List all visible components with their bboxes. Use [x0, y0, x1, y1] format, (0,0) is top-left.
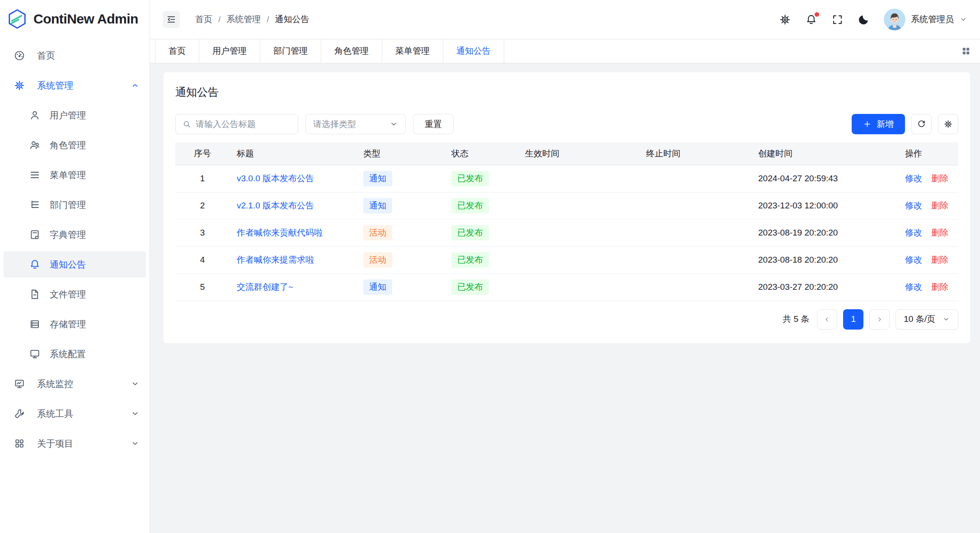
cell-end-time	[639, 165, 751, 192]
notice-title-link[interactable]: v2.1.0 版本发布公告	[237, 200, 314, 212]
bell-icon	[29, 259, 41, 270]
dark-mode-toggle[interactable]	[858, 14, 870, 26]
tab-user-management[interactable]: 用户管理	[199, 39, 260, 63]
next-page-button[interactable]	[869, 309, 890, 330]
add-button[interactable]: 新增	[852, 114, 905, 134]
delete-link[interactable]: 删除	[931, 282, 948, 292]
cell-created-time: 2023-03-27 20:20:20	[751, 274, 898, 301]
type-tag: 通知	[363, 198, 392, 213]
sidebar-menu: 首页系统管理用户管理角色管理菜单管理部门管理字典管理通知公告文件管理存储管理系统…	[0, 38, 150, 465]
moon-icon	[858, 14, 870, 26]
sidebar-item-notice-announcement[interactable]: 通知公告	[4, 251, 146, 278]
column-header-7: 操作	[898, 142, 958, 165]
breadcrumb-item-system[interactable]: 系统管理	[226, 14, 261, 25]
edit-link[interactable]: 修改	[905, 174, 922, 183]
table-settings-button[interactable]	[938, 114, 958, 134]
tab-home[interactable]: 首页	[155, 39, 199, 63]
sidebar-item-label: 系统工具	[37, 408, 131, 420]
notice-title-link[interactable]: v3.0.0 版本发布公告	[237, 173, 314, 184]
breadcrumb-separator: /	[267, 14, 269, 24]
collapse-icon	[166, 14, 176, 24]
settings-button[interactable]	[779, 14, 791, 26]
page-title: 通知公告	[175, 85, 958, 99]
delete-link[interactable]: 删除	[931, 174, 948, 183]
cell-status: 已发布	[444, 219, 518, 246]
sidebar-item-user-management[interactable]: 用户管理	[4, 102, 146, 128]
cell-type: 通知	[356, 192, 444, 219]
cell-end-time	[639, 192, 751, 219]
sidebar-item-system-config[interactable]: 系统配置	[4, 341, 146, 367]
sidebar-item-system-monitor[interactable]: 系统监控	[4, 371, 146, 397]
edit-link[interactable]: 修改	[905, 228, 922, 237]
brand-logo[interactable]: ContiNew Admin	[0, 0, 150, 38]
tab-menu-management[interactable]: 菜单管理	[382, 39, 443, 63]
refresh-button[interactable]	[911, 114, 932, 134]
breadcrumb: 首页 / 系统管理 / 通知公告	[195, 14, 309, 25]
gear-icon	[943, 119, 953, 129]
sidebar-item-label: 部门管理	[50, 199, 140, 211]
delete-link[interactable]: 删除	[931, 255, 948, 264]
sidebar-item-dict-management[interactable]: 字典管理	[4, 222, 146, 248]
sidebar-item-about-project[interactable]: 关于项目	[4, 430, 146, 457]
delete-link[interactable]: 删除	[931, 201, 948, 210]
notice-title-link[interactable]: 交流群创建了~	[237, 281, 293, 293]
tab-dept-management[interactable]: 部门管理	[260, 39, 321, 63]
pagination-total: 共 5 条	[783, 313, 809, 325]
breadcrumb-item-home[interactable]: 首页	[195, 14, 212, 25]
main-area: 首页 / 系统管理 / 通知公告	[150, 0, 980, 533]
fullscreen-button[interactable]	[831, 14, 844, 26]
table-header-row: 序号标题类型状态生效时间终止时间创建时间操作	[175, 142, 958, 165]
tab-role-management[interactable]: 角色管理	[321, 39, 382, 63]
sidebar-item-system-management[interactable]: 系统管理	[4, 72, 146, 99]
tab-notice-announcement[interactable]: 通知公告	[443, 39, 504, 63]
type-select[interactable]: 请选择类型	[305, 114, 406, 134]
delete-link[interactable]: 删除	[931, 228, 948, 237]
sidebar-item-file-management[interactable]: 文件管理	[4, 281, 146, 307]
dashboard-icon	[14, 50, 25, 61]
avatar[interactable]	[884, 9, 905, 30]
sidebar-item-system-tools[interactable]: 系统工具	[4, 401, 146, 427]
user-icon	[29, 109, 41, 121]
cell-created-time: 2023-08-19 20:20:20	[751, 219, 898, 246]
edit-link[interactable]: 修改	[905, 255, 922, 264]
tab-actions-button[interactable]	[961, 46, 971, 57]
notice-title-link[interactable]: 作者喊你来贡献代码啦	[237, 227, 323, 239]
cell-no: 1	[175, 165, 230, 192]
content-area: 通知公告 请选择类型 重置 新增	[150, 63, 980, 533]
status-badge: 已发布	[451, 171, 489, 186]
plus-icon	[863, 120, 872, 128]
notice-title-link[interactable]: 作者喊你来提需求啦	[237, 254, 314, 266]
reset-button[interactable]: 重置	[413, 114, 454, 134]
cell-actions: 修改删除	[898, 192, 958, 219]
fullscreen-icon	[831, 14, 844, 26]
column-header-1: 标题	[230, 142, 356, 165]
search-input[interactable]	[196, 119, 291, 129]
tab-strip: 首页用户管理部门管理角色管理菜单管理通知公告	[155, 39, 504, 63]
prev-page-button[interactable]	[817, 309, 837, 330]
chevron-down-icon	[959, 15, 967, 24]
user-menu[interactable]: 系统管理员	[884, 9, 967, 30]
sidebar-item-dept-management[interactable]: 部门管理	[4, 192, 146, 218]
notifications-button[interactable]	[805, 14, 817, 26]
current-page-button[interactable]: 1	[843, 309, 863, 330]
sidebar-item-home[interactable]: 首页	[4, 42, 146, 69]
about-icon	[14, 438, 25, 449]
cell-status: 已发布	[444, 192, 518, 219]
toolbar: 请选择类型 重置 新增	[175, 114, 958, 134]
brand-logo-icon	[7, 9, 28, 29]
cell-title: 交流群创建了~	[230, 274, 356, 301]
edit-link[interactable]: 修改	[905, 201, 922, 210]
add-button-label: 新增	[877, 118, 894, 130]
sidebar-item-menu-management[interactable]: 菜单管理	[4, 162, 146, 188]
page-size-select[interactable]: 10 条/页	[896, 309, 958, 330]
cell-type: 通知	[356, 274, 444, 301]
collapse-sidebar-button[interactable]	[163, 11, 180, 28]
tree-icon	[29, 199, 41, 211]
column-header-2: 类型	[356, 142, 444, 165]
menu-lines-icon	[29, 169, 41, 181]
sidebar-item-label: 角色管理	[50, 139, 140, 151]
sidebar-item-storage-management[interactable]: 存储管理	[4, 311, 146, 337]
sidebar-item-role-management[interactable]: 角色管理	[4, 132, 146, 158]
edit-link[interactable]: 修改	[905, 282, 922, 292]
page-size-label: 10 条/页	[904, 313, 935, 325]
